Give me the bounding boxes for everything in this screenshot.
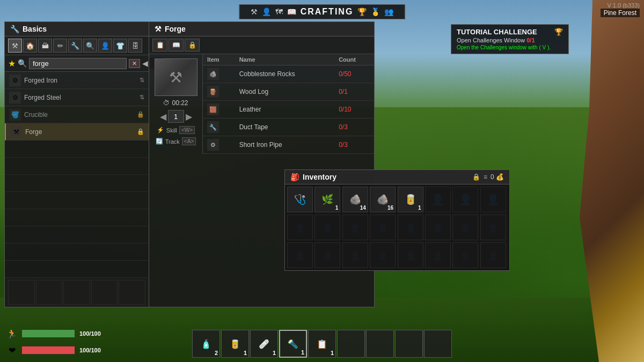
mat-name-4: Short Iron Pipe	[235, 136, 335, 154]
forge-tab-lock[interactable]: 🔒	[185, 39, 200, 51]
mat-icon-img-0: 🪨	[207, 68, 219, 80]
hotbar-slot-8[interactable]	[395, 330, 423, 358]
sort-icon[interactable]: ≡	[484, 173, 487, 181]
tutorial-title-text: TUTORIAL CHALLENGE	[457, 28, 537, 36]
inv-ghost-r3-5[interactable]: 👤	[398, 242, 423, 268]
inv-ghost-r2-5[interactable]: 👤	[398, 215, 423, 240]
tutorial-hint: Open the Challenges window with ( V ).	[457, 45, 563, 50]
hotbar-slot-7[interactable]	[366, 330, 394, 358]
inventory-title: 🎒 Inventory	[290, 173, 336, 181]
forge-qty-ctrl: ◀ 1 ▶	[160, 110, 192, 123]
inventory-controls: 🔒 ≡ 0 💰	[472, 173, 504, 181]
cat-tab-shirt[interactable]: 👕	[113, 39, 127, 53]
hotbar-slot-6[interactable]	[337, 330, 365, 358]
inv-slot-2[interactable]: 🌿 1	[314, 187, 340, 212]
basics-lower-slot-2[interactable]	[36, 280, 63, 305]
basics-lower-slot-5[interactable]	[119, 280, 145, 305]
location-text: Pine Forest	[601, 9, 640, 17]
mat-count-3: 0/3	[334, 119, 374, 136]
inv-ghost-r3-7[interactable]: 👤	[452, 242, 478, 268]
inv-slot-1[interactable]: 🩺	[287, 187, 313, 212]
basics-panel: 🔧 Basics ⚒ 🏠 🏔 ✏ 🔧 🔍 👤 👕 🗄 ★ 🔍 ✕ ◀ 1 ▶	[4, 21, 149, 307]
forge-content: ⏱ 00:22 ◀ 1 ▶ ⚡ Skill <W> 🔄 Track <A>	[149, 54, 374, 154]
hotbar-slot-9[interactable]	[424, 330, 452, 358]
inv-ghost-r3-4[interactable]: 👤	[370, 242, 396, 268]
hotbar-slot-2[interactable]: 🥫 1	[221, 330, 249, 358]
inv-ghost-r3-2[interactable]: 👤	[314, 242, 340, 268]
basics-lower-slot-3[interactable]	[63, 280, 90, 305]
health-fill	[22, 346, 75, 354]
hotbar-slot-1[interactable]: 🧴 2	[192, 330, 220, 358]
recipe-list: ⚙ Forged Iron ⇅ ⚙ Forged Steel ⇅ 🪣 Cruci…	[5, 72, 149, 278]
inv-ghost-r2-2[interactable]: 👤	[314, 215, 340, 240]
map-icon: 🗺	[275, 8, 283, 16]
qty-decrease[interactable]: ◀	[142, 59, 148, 68]
cat-tab-hammer[interactable]: ⚒	[8, 39, 22, 53]
forge-tab-list[interactable]: 📋	[152, 39, 167, 51]
cat-tab-cabinet[interactable]: 🗄	[128, 39, 142, 53]
recipe-forge-name: Forge	[25, 128, 134, 136]
inv-ghost-r2-8[interactable]: 👤	[480, 215, 506, 240]
inv-slot-4[interactable]: 🪨 16	[370, 187, 396, 212]
recipe-empty-4	[5, 192, 149, 209]
col-name: Name	[235, 54, 335, 65]
cat-tab-pencil[interactable]: ✏	[53, 39, 67, 53]
hotbar-slot-2-count: 1	[244, 350, 247, 356]
forged-steel-icon: ⚙	[9, 92, 21, 104]
search-clear-button[interactable]: ✕	[129, 59, 140, 68]
timer-value: 00:22	[172, 99, 188, 107]
health-text: 100/100	[79, 347, 101, 353]
forged-steel-badge: ⇅	[140, 94, 144, 101]
search-icon: 🔍	[18, 59, 27, 68]
stamina-bar-container: 🏃 100/100	[4, 326, 101, 341]
cat-tab-person[interactable]: 👤	[98, 39, 112, 53]
hotbar-slot-5[interactable]: 📋 1	[308, 330, 336, 358]
inv-slot-7[interactable]: 👤	[452, 187, 478, 212]
hotbar-note-icon: 📋	[317, 339, 327, 349]
hotbar-slot-3-count: 1	[273, 350, 276, 356]
inv-ghost-r2-1[interactable]: 👤	[287, 215, 313, 240]
forge-qty-increase[interactable]: ▶	[186, 112, 192, 122]
cat-tab-mountain[interactable]: 🏔	[38, 39, 52, 53]
inv-slot-8[interactable]: 👤	[480, 187, 506, 212]
cat-tab-home[interactable]: 🏠	[23, 39, 37, 53]
mat-icon-img-4: ⚙	[207, 139, 219, 151]
inv-ghost-r2-6[interactable]: 👤	[425, 215, 451, 240]
recipe-forged-iron[interactable]: ⚙ Forged Iron ⇅	[5, 72, 149, 89]
forge-qty-value: 1	[168, 110, 184, 123]
inv-ghost-r2-7[interactable]: 👤	[452, 215, 478, 240]
recipe-empty-3	[5, 175, 149, 192]
mat-count-4: 0/3	[334, 136, 374, 154]
mat-icon-1: 🪵	[203, 83, 235, 101]
inv-ghost-r3-1[interactable]: 👤	[287, 242, 313, 268]
mat-icon-img-1: 🪵	[207, 86, 219, 98]
wrench-icon: 🔧	[10, 25, 19, 33]
recipe-forged-steel[interactable]: ⚙ Forged Steel ⇅	[5, 89, 149, 106]
forge-tab-book[interactable]: 📖	[169, 39, 184, 51]
inv-slot-3[interactable]: 🪨 14	[342, 187, 368, 212]
bottom-left-hud: 🏃 100/100 ❤ 100/100	[4, 326, 101, 358]
inv-ghost-r3-6[interactable]: 👤	[425, 242, 451, 268]
forge-recipe-icon: ⚒	[10, 126, 22, 138]
inv-slot-5[interactable]: 🥫 1	[398, 187, 423, 212]
basics-lower-slot-4[interactable]	[91, 280, 118, 305]
hotbar-slot-4[interactable]: 🔦 1	[279, 330, 307, 358]
inv-ghost-r3-8[interactable]: 👤	[480, 242, 506, 268]
lock-icon[interactable]: 🔒	[472, 173, 480, 181]
skill-key: <W>	[179, 126, 195, 134]
cat-tab-wrench[interactable]: 🔧	[68, 39, 82, 53]
recipe-forge[interactable]: ⚒ Forge 🔒	[5, 123, 149, 141]
recipe-crucible[interactable]: 🪣 Crucible 🔒	[5, 106, 149, 123]
search-input[interactable]	[29, 58, 127, 69]
forge-qty-decrease[interactable]: ◀	[160, 112, 166, 122]
inv-ghost-r3-3[interactable]: 👤	[342, 242, 368, 268]
inventory-panel: 🎒 Inventory 🔒 ≡ 0 💰 🩺 🌿 1 🪨 14 🪨 16	[284, 169, 510, 271]
inv-slot-6[interactable]: 👤	[425, 187, 451, 212]
cat-tab-mag[interactable]: 🔍	[83, 39, 97, 53]
stamina-icon: 🏃	[4, 326, 19, 341]
inv-ghost-r2-4[interactable]: 👤	[370, 215, 396, 240]
hotbar-slot-3[interactable]: 🩹 1	[250, 330, 278, 358]
inv-ghost-r2-3[interactable]: 👤	[342, 215, 368, 240]
basics-lower-slot-1[interactable]	[8, 280, 35, 305]
favorites-button[interactable]: ★	[8, 58, 16, 69]
